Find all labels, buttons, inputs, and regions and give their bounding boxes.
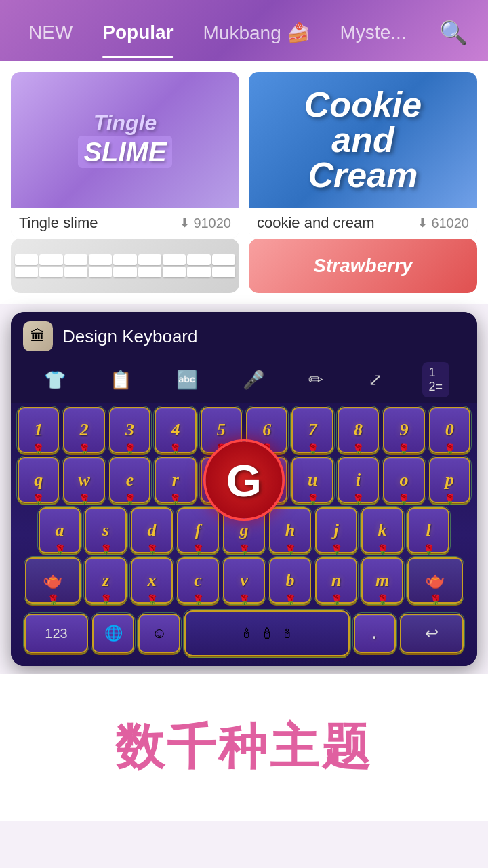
globe-icon: 🌐: [104, 625, 123, 642]
key-o[interactable]: o🌹: [383, 457, 424, 503]
key-7[interactable]: 7🌹: [291, 407, 333, 453]
key-j[interactable]: j🌹: [315, 507, 357, 553]
promo-section: 数千种主题: [0, 674, 488, 821]
qwerty-row: q🌹 w🌹 e🌹 r🌹 t🌹 y🌹 u🌹 i🌹 o🌹 p🌹 G: [18, 457, 470, 503]
key-w[interactable]: w🌹: [63, 457, 104, 503]
key-d[interactable]: d🌹: [131, 507, 173, 553]
key-b[interactable]: b🌹: [269, 557, 311, 604]
keyboard-header: 🏛 Design Keyboard: [11, 312, 477, 358]
key-x[interactable]: x🌹: [131, 557, 173, 604]
key-k[interactable]: k🌹: [361, 507, 403, 553]
theme-thumbnail-tingle: Tingle SLIME: [11, 72, 239, 208]
mic-icon[interactable]: 🎤: [237, 367, 270, 393]
key-globe[interactable]: 🌐: [92, 614, 134, 653]
key-u[interactable]: u🌹: [291, 457, 333, 503]
tab-popular[interactable]: Popular: [87, 15, 188, 58]
key-enter[interactable]: ↩: [400, 614, 464, 653]
key-shift-right[interactable]: 🫖 🌹: [407, 557, 463, 604]
expand-icon[interactable]: ⤢: [363, 367, 388, 393]
chandelier-icon: 🕯: [259, 624, 275, 643]
promo-text: 数千种主题: [27, 715, 461, 780]
tab-new[interactable]: NEW: [14, 15, 87, 58]
enter-icon: ↩: [425, 624, 439, 643]
theme-card-tingle-slime[interactable]: Tingle SLIME Tingle slime ⬇ 91020: [11, 72, 239, 239]
theme-card-cookie-cream[interactable]: CookieandCream cookie and cream ⬇ 61020: [249, 72, 477, 239]
top-navigation: NEW Popular Mukbang 🍰 Myste... 🔍: [0, 0, 488, 61]
numbers-icon[interactable]: 12=: [422, 362, 450, 397]
app-logo: 🏛: [23, 321, 53, 351]
g-logo: G: [203, 439, 285, 521]
key-8[interactable]: 8🌹: [338, 407, 379, 453]
key-space[interactable]: 🕯 🕯 🕯: [184, 610, 350, 656]
theme-grid: Tingle SLIME Tingle slime ⬇ 91020 Cookie…: [0, 61, 488, 239]
key-f[interactable]: f🌹: [177, 507, 219, 553]
theme-count-tingle: ⬇ 91020: [180, 216, 231, 231]
left-candle: 🕯: [240, 626, 253, 642]
key-m[interactable]: m🌹: [361, 557, 403, 604]
theme-card-strawberry[interactable]: Strawberry: [249, 239, 477, 293]
key-e[interactable]: e🌹: [109, 457, 150, 503]
key-c[interactable]: c🌹: [177, 557, 219, 604]
key-0[interactable]: 0🌹: [429, 407, 470, 453]
strawberry-text: Strawberry: [313, 255, 412, 277]
zxcv-row: 🫖 🌹 z🌹 x🌹 c🌹 v🌹 b🌹 n🌹 m🌹 🫖 🌹: [18, 557, 470, 604]
key-3[interactable]: 3🌹: [109, 407, 150, 453]
space-decoration: 🕯 🕯 🕯: [240, 624, 294, 643]
key-h[interactable]: h🌹: [269, 507, 311, 553]
bottom-row: 123 🌐 ☺ 🕯 🕯 🕯 . ↩: [18, 608, 470, 663]
key-a[interactable]: a🌹: [39, 507, 81, 553]
key-s[interactable]: s🌹: [85, 507, 127, 553]
pencil-icon[interactable]: ✏: [303, 367, 329, 393]
key-q[interactable]: q🌹: [18, 457, 59, 503]
emoji-icon: ☺: [152, 625, 167, 642]
theme-name-cookie: cookie and cream: [257, 214, 375, 232]
key-2[interactable]: 2🌹: [63, 407, 104, 453]
tab-mukbang[interactable]: Mukbang 🍰: [188, 15, 325, 59]
key-n[interactable]: n🌹: [315, 557, 357, 604]
theme-thumbnail-cookie: CookieandCream: [249, 72, 477, 208]
key-123[interactable]: 123: [24, 614, 88, 653]
key-p[interactable]: p🌹: [429, 457, 470, 503]
keyboard-toolbar: 👕 📋 🔤 🎤 ✏ ⤢ 12=: [11, 358, 477, 403]
key-i[interactable]: i🌹: [338, 457, 379, 503]
translate-icon[interactable]: 🔤: [171, 367, 203, 393]
shirt-icon[interactable]: 👕: [39, 367, 71, 393]
keyboard-overlay: 🏛 Design Keyboard 👕 📋 🔤 🎤 ✏ ⤢ 12= 1🌹 2🌹 …: [11, 312, 477, 666]
key-1[interactable]: 1🌹: [18, 407, 59, 453]
key-period[interactable]: .: [354, 614, 396, 653]
key-shift-left[interactable]: 🫖 🌹: [25, 557, 81, 604]
key-r[interactable]: r🌹: [155, 457, 196, 503]
key-v[interactable]: v🌹: [223, 557, 265, 604]
download-icon-cookie: ⬇: [418, 216, 428, 231]
theme-info-tingle: Tingle slime ⬇ 91020: [11, 208, 239, 239]
list-icon[interactable]: 📋: [104, 367, 137, 393]
app-title: Design Keyboard: [62, 326, 197, 347]
download-icon-tingle: ⬇: [180, 216, 190, 231]
key-l[interactable]: l🌹: [407, 507, 449, 553]
theme-grid-partial: Strawberry: [0, 239, 488, 304]
key-9[interactable]: 9🌹: [383, 407, 424, 453]
key-4[interactable]: 4🌹: [155, 407, 196, 453]
right-candle: 🕯: [281, 626, 294, 642]
search-icon[interactable]: 🔍: [432, 12, 474, 61]
key-emoji[interactable]: ☺: [138, 614, 180, 653]
key-z[interactable]: z🌹: [85, 557, 127, 604]
theme-card-keyboard[interactable]: [11, 239, 239, 293]
theme-info-cookie: cookie and cream ⬇ 61020: [249, 208, 477, 239]
keyboard-keys: 1🌹 2🌹 3🌹 4🌹 5🌹 6🌹 7🌹 8🌹 9🌹 0🌹 q🌹 w🌹 e🌹 r…: [11, 403, 477, 666]
keyboard-preview-thumb: [11, 250, 239, 281]
tab-mystery[interactable]: Myste...: [325, 15, 422, 58]
theme-count-cookie: ⬇ 61020: [418, 216, 469, 231]
theme-name-tingle: Tingle slime: [19, 214, 98, 232]
